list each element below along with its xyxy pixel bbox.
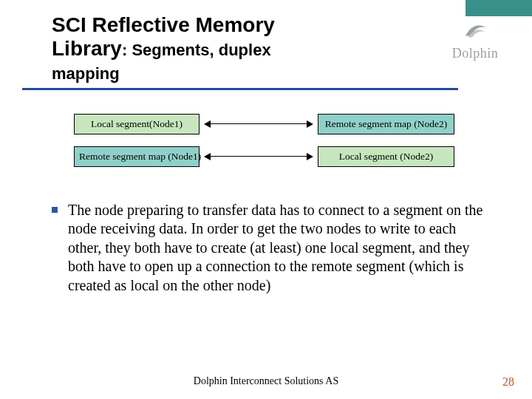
title-line2a: Library <box>52 37 122 60</box>
slide-title: SCI Reflective Memory Library: Segments,… <box>52 13 510 85</box>
body-block: The node preparing to transfer data has … <box>52 201 510 296</box>
arrow-head-left-icon <box>204 153 211 160</box>
arrow-top <box>210 123 307 125</box>
title-line3: mapping <box>52 64 120 83</box>
box-local-node2: Local segment (Node2) <box>318 146 454 167</box>
footer-text: Dolphin Interconnect Solutions AS <box>0 375 532 387</box>
slide: SCI Reflective Memory Library: Segments,… <box>0 0 532 399</box>
box-local-node1: Local segment(Node1) <box>74 114 200 134</box>
arrow-bottom <box>210 156 307 157</box>
box-remote-map-node1: Remote segment map (Node1) <box>74 146 200 167</box>
title-line1: SCI Reflective Memory <box>52 13 275 36</box>
arrow-head-right-icon <box>307 153 313 160</box>
title-underline <box>22 88 458 90</box>
arrow-head-right-icon <box>307 120 313 128</box>
page-number: 28 <box>502 375 514 389</box>
body-text: The node preparing to transfer data has … <box>68 201 488 296</box>
title-area: SCI Reflective Memory Library: Segments,… <box>52 13 510 90</box>
box-remote-map-node2: Remote segment map (Node2) <box>318 114 454 134</box>
diagram: Local segment(Node1) Remote segment map … <box>52 114 510 188</box>
bullet-icon <box>52 207 58 213</box>
arrow-head-left-icon <box>204 120 211 128</box>
title-line2b: : Segments, duplex <box>122 41 271 59</box>
